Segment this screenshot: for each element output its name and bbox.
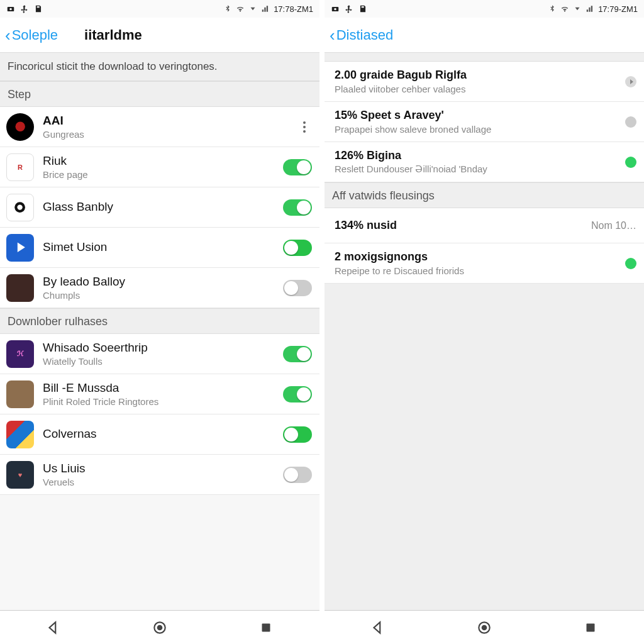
app-subtitle: Plinit Roled Tricle Ringtores (43, 396, 278, 407)
wifi-icon (560, 4, 569, 13)
nav-bar (325, 610, 644, 644)
svg-point-4 (18, 204, 23, 209)
usb-icon (20, 4, 29, 13)
usb-icon (345, 4, 353, 13)
app-list-2: ℋ Whisado Soeerthrip Wiatelly Toulls Bil… (0, 334, 319, 495)
kebab-icon[interactable] (297, 119, 312, 135)
toggle[interactable] (283, 159, 312, 175)
signal-down-icon (248, 4, 257, 13)
list-item[interactable]: ♥ Us Liuis Veruels (0, 455, 319, 495)
save-icon (34, 4, 43, 13)
app-title: AAI (43, 114, 292, 128)
arrow-dot-icon (625, 76, 636, 87)
app-subtitle: Veruels (43, 477, 278, 487)
nav-recent-button[interactable] (253, 615, 279, 640)
back-button[interactable]: ‹ Distiased (328, 25, 394, 46)
back-label: Distiased (336, 27, 393, 43)
svg-rect-12 (587, 623, 595, 631)
list-item[interactable]: 134% nusid Nom 10… (325, 208, 644, 243)
nav-recent-button[interactable] (578, 615, 603, 640)
item-title: 134% nusid (335, 219, 586, 233)
toggle[interactable] (283, 280, 312, 296)
app-icon-balloy (6, 274, 34, 302)
toggle[interactable] (283, 426, 312, 443)
item-subtitle: Repeipe to re Discaued friorids (335, 265, 620, 276)
chevron-left-icon: ‹ (330, 27, 335, 43)
app-icon-riuk: R (6, 153, 34, 181)
toggle[interactable] (283, 467, 312, 483)
toggle[interactable] (283, 240, 312, 256)
status-dot-icon (625, 258, 636, 269)
phone-left: 17:78-ZM1 ‹ Soleple iitarldme Fincoricul… (0, 0, 322, 644)
app-icon-colvernas (6, 421, 34, 448)
nav-home-button[interactable] (472, 615, 497, 640)
wifi-icon (236, 4, 245, 13)
cell-signal-icon (261, 4, 270, 13)
section-downloads: Downlober rulhases (0, 308, 319, 334)
list-item[interactable]: Simet Usion (0, 228, 319, 268)
save-icon (358, 4, 367, 13)
nav-back-button[interactable] (365, 615, 391, 640)
list-item[interactable]: Colvernas (0, 414, 319, 455)
app-list-1: AAI Gungreas R Riuk Brice page Glass Ban… (0, 107, 319, 308)
settings-list-1: 2.00 graide Bagub Riglfa Plaaled viitobe… (325, 62, 644, 182)
back-button[interactable]: ‹ Soleple (4, 25, 59, 46)
list-item[interactable]: Bill -E Mussda Plinit Roled Tricle Ringt… (0, 374, 319, 414)
svg-point-9 (334, 8, 336, 10)
cell-signal-icon (586, 4, 594, 13)
header: ‹ Soleple iitarldme (0, 18, 319, 53)
svg-point-1 (9, 8, 12, 10)
toggle[interactable] (283, 346, 312, 362)
app-icon-whisado: ℋ (6, 340, 34, 368)
camera-icon (331, 4, 340, 13)
bluetooth-icon (548, 4, 557, 13)
list-item[interactable]: 126% Bigina Reslett Dundouser Əilli'noia… (325, 142, 644, 182)
status-time: 17:79-ZM1 (598, 4, 638, 14)
list-item[interactable]: 2.00 graide Bagub Riglfa Plaaled viitobe… (325, 62, 644, 102)
page-description: Fincoricul sticit the download to vering… (0, 53, 319, 81)
app-title: Simet Usion (43, 240, 278, 255)
nav-bar (0, 610, 319, 644)
list-item[interactable]: 15% Speet s Aravey' Prapapei show saleve… (325, 102, 644, 142)
empty-area (325, 284, 644, 610)
item-subtitle: Plaaled viitober cehber valages (335, 84, 620, 94)
list-item[interactable]: AAI Gungreas (0, 107, 319, 147)
item-value: Nom 10… (591, 220, 636, 231)
camera-icon (6, 4, 15, 13)
item-title: 15% Speet s Aravey' (335, 109, 620, 123)
svg-point-6 (158, 625, 162, 630)
status-dot-icon (625, 157, 636, 168)
item-subtitle: Prapapei show saleve broned vallage (335, 124, 620, 135)
app-subtitle: Chumpls (43, 290, 278, 301)
app-title: Colvernas (43, 427, 278, 441)
app-subtitle: Brice page (43, 169, 278, 180)
list-item[interactable]: 2 moxigsignongs Repeipe to re Discaued f… (325, 243, 644, 284)
list-item[interactable]: Glass Banbly (0, 187, 319, 228)
settings-list-2: 134% nusid Nom 10… 2 moxigsignongs Repei… (325, 208, 644, 284)
toggle[interactable] (283, 386, 312, 402)
phone-right: 17:79-ZM1 ‹ Distiased 2.00 graide Bagub … (322, 0, 644, 644)
app-icon-glass (6, 194, 34, 221)
section-aff: Aff vatwids fleusings (325, 182, 644, 208)
status-bar: 17:78-ZM1 (0, 0, 319, 18)
list-item[interactable]: ℋ Whisado Soeerthrip Wiatelly Toulls (0, 334, 319, 374)
app-title: Riuk (43, 154, 278, 169)
page-title: iitarldme (84, 27, 142, 43)
app-icon-bill (6, 380, 34, 408)
signal-down-icon (573, 4, 582, 13)
item-subtitle: Reslett Dundouser Əilli'noiad 'Bnday (335, 164, 620, 175)
app-title: Glass Banbly (43, 200, 278, 214)
nav-home-button[interactable] (147, 615, 172, 640)
nav-back-button[interactable] (41, 615, 66, 640)
list-item[interactable]: R Riuk Brice page (0, 147, 319, 187)
svg-rect-7 (262, 623, 270, 631)
status-dot-icon (625, 116, 636, 128)
item-title: 2 moxigsignongs (335, 250, 620, 264)
item-title: 126% Bigina (335, 149, 620, 163)
app-title: Bill -E Mussda (43, 381, 278, 396)
app-title: By leado Balloy (43, 275, 278, 289)
status-time: 17:78-ZM1 (274, 4, 313, 14)
toggle[interactable] (283, 199, 312, 216)
header: ‹ Distiased (325, 18, 644, 53)
list-item[interactable]: By leado Balloy Chumpls (0, 268, 319, 308)
